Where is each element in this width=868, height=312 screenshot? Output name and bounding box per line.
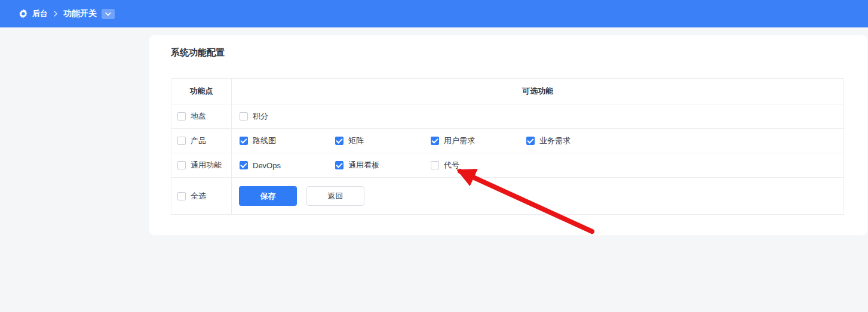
- table-header-row: 功能点 可选功能: [171, 79, 844, 104]
- checkbox-matrix[interactable]: [335, 137, 343, 145]
- checkbox-codename[interactable]: [431, 161, 439, 169]
- option-matrix: 矩阵: [335, 135, 431, 146]
- checkbox-general-board[interactable]: [335, 161, 343, 169]
- breadcrumb-item-backend[interactable]: 后台: [32, 8, 48, 19]
- checkbox-product[interactable]: [177, 137, 186, 145]
- option-points: 积分: [240, 111, 335, 122]
- table-row: 通用功能 DevOps 通用看板 代号: [171, 153, 844, 177]
- checkbox-label: 全选: [191, 191, 206, 202]
- group-cell-general: 通用功能: [171, 153, 232, 177]
- back-button[interactable]: 返回: [306, 186, 364, 206]
- checkbox-select-all[interactable]: [177, 192, 186, 200]
- option-roadmap: 路线图: [240, 135, 335, 146]
- column-header-feature-point: 功能点: [171, 79, 232, 104]
- checkbox-label: 路线图: [253, 135, 276, 146]
- checkbox-label: 地盘: [191, 111, 206, 122]
- checkbox-label: 矩阵: [348, 135, 364, 146]
- checkbox-devops[interactable]: [240, 161, 248, 169]
- options-cell: 路线图 矩阵 用户需求 业务需求: [232, 129, 844, 153]
- checkbox-label: DevOps: [253, 161, 281, 170]
- checkbox-label: 用户需求: [444, 135, 475, 146]
- topbar: 后台 功能开关: [0, 0, 868, 27]
- option-codename: 代号: [431, 160, 526, 171]
- chevron-right-icon: [53, 11, 58, 17]
- checkbox-label: 产品: [191, 135, 206, 146]
- option-devops: DevOps: [240, 161, 335, 170]
- checkbox-business-requirement[interactable]: [526, 137, 535, 145]
- group-cell-territory: 地盘: [171, 104, 232, 128]
- option-business-requirement: 业务需求: [526, 135, 622, 146]
- checkbox-label: 业务需求: [539, 135, 571, 146]
- group-cell-select-all: 全选: [171, 178, 232, 214]
- table-footer-row: 全选 保存 返回: [171, 177, 844, 214]
- option-user-requirement: 用户需求: [431, 135, 526, 146]
- save-button[interactable]: 保存: [239, 186, 297, 206]
- feature-table: 功能点 可选功能 地盘 积分 产品: [171, 78, 844, 215]
- checkbox-label: 通用功能: [191, 160, 222, 171]
- footer-actions-cell: 保存 返回: [232, 178, 844, 214]
- page-title: 系统功能配置: [171, 47, 225, 58]
- column-header-optional-features: 可选功能: [232, 79, 844, 104]
- checkbox-label: 通用看板: [348, 160, 379, 171]
- settings-card: 系统功能配置 功能点 可选功能 地盘 积分 产品: [149, 35, 867, 235]
- options-cell: DevOps 通用看板 代号: [232, 153, 844, 177]
- checkbox-user-requirement[interactable]: [431, 137, 439, 145]
- checkbox-label: 积分: [253, 111, 268, 122]
- checkbox-points[interactable]: [240, 112, 248, 121]
- table-row: 地盘 积分: [171, 104, 844, 128]
- gear-icon[interactable]: [19, 9, 28, 18]
- checkbox-territory[interactable]: [177, 112, 186, 121]
- options-cell: 积分: [232, 104, 844, 128]
- chevron-down-icon: [105, 12, 111, 16]
- option-general-board: 通用看板: [335, 160, 431, 171]
- checkbox-general[interactable]: [177, 161, 186, 169]
- checkbox-roadmap[interactable]: [240, 137, 248, 145]
- group-cell-product: 产品: [171, 129, 232, 153]
- table-row: 产品 路线图 矩阵 用户需求 业务需求: [171, 128, 844, 153]
- breadcrumb-item-feature-switch[interactable]: 功能开关: [63, 8, 97, 19]
- checkbox-label: 代号: [444, 160, 459, 171]
- breadcrumb-dropdown-button[interactable]: [102, 9, 115, 19]
